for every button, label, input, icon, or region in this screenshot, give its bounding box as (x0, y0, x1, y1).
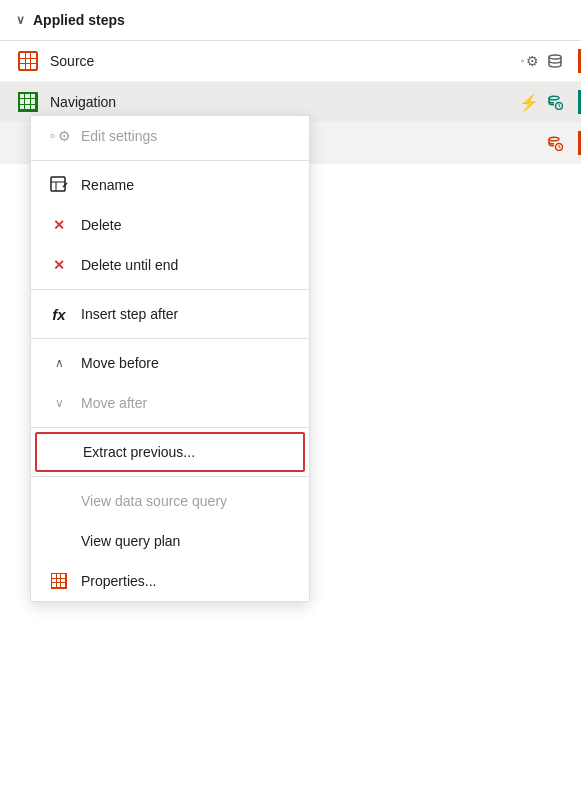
menu-delete-label: Delete (81, 217, 121, 233)
chevron-icon: ∨ (16, 13, 25, 27)
renamed-db-clock-icon[interactable] (545, 133, 565, 153)
menu-item-view-data-source-query[interactable]: View data source query (31, 481, 309, 521)
source-actions: ⚙ (519, 51, 565, 71)
divider-5 (31, 476, 309, 477)
menu-item-extract-previous[interactable]: Extract previous... (35, 432, 305, 472)
menu-item-delete[interactable]: ✕ Delete (31, 205, 309, 245)
gear-icon[interactable]: ⚙ (519, 51, 539, 71)
menu-fx-icon: fx (47, 302, 71, 326)
applied-steps-title: Applied steps (33, 12, 125, 28)
context-menu: ⚙ Edit settings Rename ✕ Delete ✕ (30, 115, 310, 602)
menu-gear-icon: ⚙ (47, 124, 71, 148)
menu-rename-icon (47, 173, 71, 197)
menu-view-source-icon (47, 489, 71, 513)
menu-move-before-label: Move before (81, 355, 159, 371)
divider-1 (31, 160, 309, 161)
panel: ∨ Applied steps Source ⚙ (0, 0, 581, 801)
menu-item-view-query-plan[interactable]: View query plan (31, 521, 309, 561)
menu-caret-up-icon: ∧ (47, 351, 71, 375)
menu-rename-label: Rename (81, 177, 134, 193)
navigation-label: Navigation (50, 94, 519, 110)
source-icon (16, 49, 40, 73)
navigation-actions: ⚡ (519, 92, 565, 112)
menu-item-insert-step[interactable]: fx Insert step after (31, 294, 309, 334)
menu-item-move-before[interactable]: ∧ Move before (31, 343, 309, 383)
svg-point-6 (549, 137, 559, 141)
svg-point-1 (549, 96, 559, 100)
menu-move-after-label: Move after (81, 395, 147, 411)
applied-steps-header: ∨ Applied steps (0, 0, 581, 41)
menu-delete-icon: ✕ (47, 213, 71, 237)
lightning-icon[interactable]: ⚡ (519, 92, 539, 112)
menu-extract-icon (49, 440, 73, 464)
menu-view-query-icon (47, 529, 71, 553)
svg-point-0 (549, 55, 561, 59)
menu-item-properties[interactable]: Properties... (31, 561, 309, 601)
renamed-actions (545, 133, 565, 153)
navigation-icon (16, 90, 40, 114)
menu-item-move-after[interactable]: ∨ Move after (31, 383, 309, 423)
menu-item-rename[interactable]: Rename (31, 165, 309, 205)
divider-2 (31, 289, 309, 290)
menu-caret-down-icon: ∨ (47, 391, 71, 415)
db-clock-icon[interactable] (545, 92, 565, 112)
menu-item-delete-until-end[interactable]: ✕ Delete until end (31, 245, 309, 285)
svg-rect-8 (51, 177, 65, 191)
menu-view-query-plan-label: View query plan (81, 533, 180, 549)
menu-insert-step-label: Insert step after (81, 306, 178, 322)
menu-delete-until-end-label: Delete until end (81, 257, 178, 273)
menu-properties-icon (47, 569, 71, 593)
divider-3 (31, 338, 309, 339)
menu-extract-previous-label: Extract previous... (83, 444, 195, 460)
source-label: Source (50, 53, 519, 69)
db-icon[interactable] (545, 51, 565, 71)
menu-view-data-source-label: View data source query (81, 493, 227, 509)
menu-delete-until-end-icon: ✕ (47, 253, 71, 277)
menu-edit-settings-label: Edit settings (81, 128, 157, 144)
menu-item-edit-settings[interactable]: ⚙ Edit settings (31, 116, 309, 156)
menu-properties-label: Properties... (81, 573, 156, 589)
divider-4 (31, 427, 309, 428)
step-item-source[interactable]: Source ⚙ (0, 41, 581, 82)
